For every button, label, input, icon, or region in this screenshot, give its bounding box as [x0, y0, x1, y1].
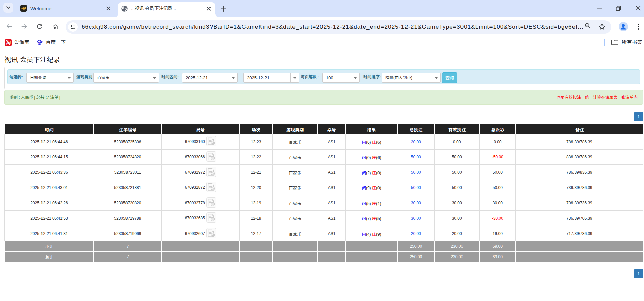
- svg-text:du: du: [38, 42, 41, 44]
